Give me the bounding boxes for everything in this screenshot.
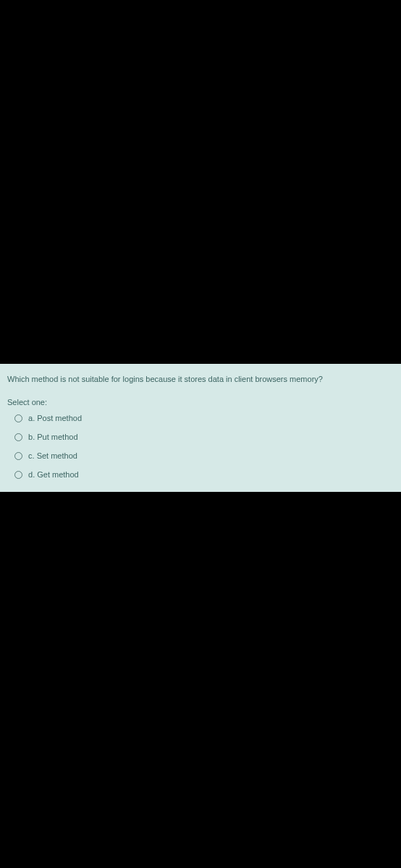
option-d[interactable]: d. Get method bbox=[14, 470, 394, 479]
option-a[interactable]: a. Post method bbox=[14, 414, 394, 422]
select-label: Select one: bbox=[7, 398, 394, 407]
radio-icon[interactable] bbox=[14, 433, 22, 441]
option-label-a[interactable]: a. Post method bbox=[28, 414, 82, 422]
radio-icon[interactable] bbox=[14, 471, 22, 479]
question-text: Which method is not suitable for logins … bbox=[7, 374, 394, 385]
quiz-container: Which method is not suitable for logins … bbox=[0, 364, 401, 492]
option-label-b[interactable]: b. Put method bbox=[28, 433, 78, 441]
option-b[interactable]: b. Put method bbox=[14, 433, 394, 441]
option-c[interactable]: c. Set method bbox=[14, 451, 394, 460]
radio-icon[interactable] bbox=[14, 452, 22, 460]
option-label-c[interactable]: c. Set method bbox=[28, 451, 77, 460]
option-label-d[interactable]: d. Get method bbox=[28, 470, 79, 479]
radio-icon[interactable] bbox=[14, 414, 22, 422]
